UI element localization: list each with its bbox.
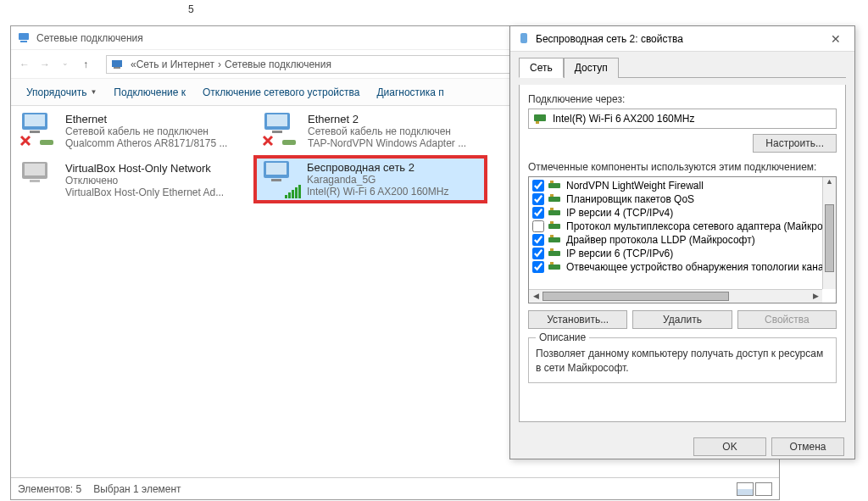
svg-rect-22 [292, 190, 294, 198]
cancel-button[interactable]: Отмена [771, 437, 844, 456]
nic-icon [534, 113, 548, 125]
breadcrumb-level1[interactable]: Сеть и Интернет [136, 58, 214, 70]
component-checkbox[interactable] [532, 207, 544, 219]
network-tab-panel: Подключение через: Intel(R) Wi-Fi 6 AX20… [519, 85, 846, 422]
properties-button[interactable]: Свойства [737, 310, 837, 329]
connection-item-wireless2[interactable]: Беспроводная сеть 2 Karaganda_5G Intel(R… [255, 157, 486, 202]
organize-menu[interactable]: Упорядочить▼ [19, 83, 103, 102]
disable-device-button[interactable]: Отключение сетевого устройства [196, 83, 366, 102]
svg-rect-35 [550, 221, 554, 224]
connect-via-label: Подключение через: [528, 93, 837, 105]
description-title: Описание [536, 331, 589, 343]
svg-rect-28 [548, 183, 560, 188]
svg-rect-0 [19, 33, 29, 40]
tab-access[interactable]: Доступ [564, 58, 619, 78]
component-checkbox[interactable] [532, 248, 544, 259]
component-row[interactable]: Протокол мультиплексора сетевого адаптер… [529, 220, 836, 233]
configure-button[interactable]: Настроить... [753, 134, 837, 153]
connect-to-button[interactable]: Подключение к [107, 83, 192, 102]
connection-adapter: TAP-NordVPN Windows Adapter ... [308, 137, 466, 149]
svg-rect-27 [536, 121, 539, 124]
component-row[interactable]: IP версии 4 (TCP/IPv4) [529, 206, 836, 220]
component-label: IP версии 4 (TCP/IPv4) [566, 207, 673, 219]
svg-rect-2 [112, 60, 122, 67]
recent-dropdown[interactable]: ⌄ [58, 58, 72, 70]
component-label: Драйвер протокола LLDP (Майкрософт) [566, 234, 755, 246]
protocol-icon [548, 193, 562, 205]
components-list[interactable]: NordVPN LightWeight FirewallПланировщик … [528, 176, 837, 303]
horizontal-scrollbar[interactable]: ◀ ▶ [529, 289, 822, 303]
breadcrumb-level2[interactable]: Сетевые подключения [225, 58, 331, 70]
adapter-icon-disconnected [18, 113, 58, 148]
window-title: Сетевые подключения [36, 32, 143, 44]
component-row[interactable]: Отвечающее устройство обнаружения тополо… [529, 260, 836, 274]
wifi-adapter-icon [517, 32, 531, 46]
component-checkbox[interactable] [532, 261, 544, 273]
svg-rect-29 [550, 181, 554, 183]
connection-title: VirtualBox Host-Only Network [65, 162, 224, 175]
adapter-icon-wifi [259, 161, 300, 197]
svg-rect-18 [266, 163, 287, 175]
svg-rect-37 [550, 235, 554, 237]
scroll-thumb-h[interactable] [542, 292, 729, 301]
protocol-icon [548, 234, 562, 246]
x-icon [260, 133, 275, 148]
install-button[interactable]: Установить... [528, 310, 627, 329]
svg-rect-3 [114, 67, 120, 69]
uninstall-button[interactable]: Удалить [632, 310, 732, 329]
connection-title: Ethernet [65, 113, 227, 125]
component-row[interactable]: Планировщик пакетов QoS [529, 192, 836, 206]
dialog-title-bar[interactable]: Беспроводная сеть 2: свойства ✕ [510, 26, 854, 52]
device-field: Intel(R) Wi-Fi 6 AX200 160MHz [528, 109, 837, 129]
component-label: Планировщик пакетов QoS [566, 193, 694, 205]
adapter-icon-disabled [18, 162, 58, 198]
connection-title: Беспроводная сеть 2 [307, 161, 448, 174]
back-button[interactable]: ← [18, 58, 31, 70]
signal-bars-icon [285, 185, 302, 198]
breadcrumb-prefix: « [131, 58, 136, 70]
vertical-scrollbar[interactable]: ▲ [822, 177, 836, 289]
properties-dialog: Беспроводная сеть 2: свойства ✕ Сеть Дос… [509, 25, 855, 459]
svg-rect-41 [550, 262, 554, 264]
connection-adapter: Intel(R) Wi-Fi 6 AX200 160MHz [307, 186, 448, 198]
svg-rect-36 [548, 237, 560, 242]
svg-rect-33 [550, 208, 554, 210]
tab-network[interactable]: Сеть [519, 58, 564, 78]
component-checkbox[interactable] [532, 234, 544, 246]
connection-status: Сетевой кабель не подключен [308, 125, 466, 137]
icons-view-button[interactable] [755, 482, 772, 496]
chevron-right-icon[interactable]: › [218, 58, 221, 70]
svg-rect-20 [285, 195, 287, 198]
ok-button[interactable]: OK [693, 437, 766, 456]
component-label: Протокол мультиплексора сетевого адаптер… [566, 220, 823, 232]
component-checkbox[interactable] [532, 180, 544, 192]
close-button[interactable]: ✕ [824, 31, 848, 47]
scroll-right-button[interactable]: ▶ [809, 290, 822, 303]
connection-adapter: Qualcomm Atheros AR8171/8175 ... [65, 137, 227, 149]
details-view-button[interactable] [737, 482, 754, 496]
svg-rect-19 [271, 179, 281, 181]
svg-rect-40 [548, 264, 560, 270]
component-row[interactable]: NordVPN LightWeight Firewall [529, 179, 836, 192]
scroll-thumb[interactable] [825, 204, 834, 272]
scroll-left-button[interactable]: ◀ [529, 290, 542, 303]
adapter-icon-disconnected [260, 113, 301, 148]
up-button[interactable]: ↑ [79, 58, 92, 70]
forward-button[interactable]: → [38, 58, 52, 70]
component-checkbox[interactable] [532, 220, 544, 232]
connection-item-ethernet2[interactable]: Ethernet 2 Сетевой кабель не подключен T… [257, 109, 487, 153]
scroll-up-button[interactable]: ▲ [823, 177, 836, 191]
svg-rect-34 [548, 224, 560, 229]
connection-status: Отключено [65, 175, 224, 186]
component-row[interactable]: Драйвер протокола LLDP (Майкрософт) [529, 233, 836, 247]
component-label: Отвечающее устройство обнаружения тополо… [566, 261, 824, 273]
component-checkbox[interactable] [532, 193, 544, 205]
connection-item-ethernet[interactable]: Ethernet Сетевой кабель не подключен Qua… [14, 109, 245, 153]
connection-item-virtualbox[interactable]: VirtualBox Host-Only Network Отключено V… [14, 159, 245, 202]
component-label: NordVPN LightWeight Firewall [566, 180, 704, 192]
svg-rect-31 [550, 194, 554, 197]
diagnose-button[interactable]: Диагностика п [370, 83, 450, 102]
component-row[interactable]: IP версии 6 (TCP/IPv6) [529, 247, 836, 260]
svg-rect-15 [25, 164, 45, 175]
svg-rect-1 [20, 41, 27, 42]
